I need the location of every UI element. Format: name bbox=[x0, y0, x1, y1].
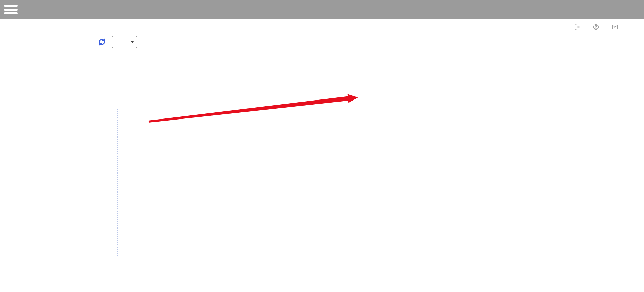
tree-scrollbar[interactable] bbox=[240, 138, 240, 261]
panel-scrollbar[interactable] bbox=[642, 63, 642, 292]
thesaurus-tree-panel bbox=[90, 19, 241, 292]
app-window bbox=[0, 0, 644, 292]
consultation-panel bbox=[241, 19, 644, 292]
hamburger-menu-icon[interactable] bbox=[4, 5, 18, 14]
tree-connector-line bbox=[117, 109, 118, 257]
chevron-down-icon bbox=[131, 41, 134, 43]
app-header bbox=[0, 0, 644, 19]
sidebar bbox=[0, 19, 90, 292]
refresh-icon[interactable] bbox=[97, 38, 106, 47]
tree-language-select[interactable] bbox=[112, 36, 137, 48]
tree-connector-line bbox=[109, 75, 109, 287]
